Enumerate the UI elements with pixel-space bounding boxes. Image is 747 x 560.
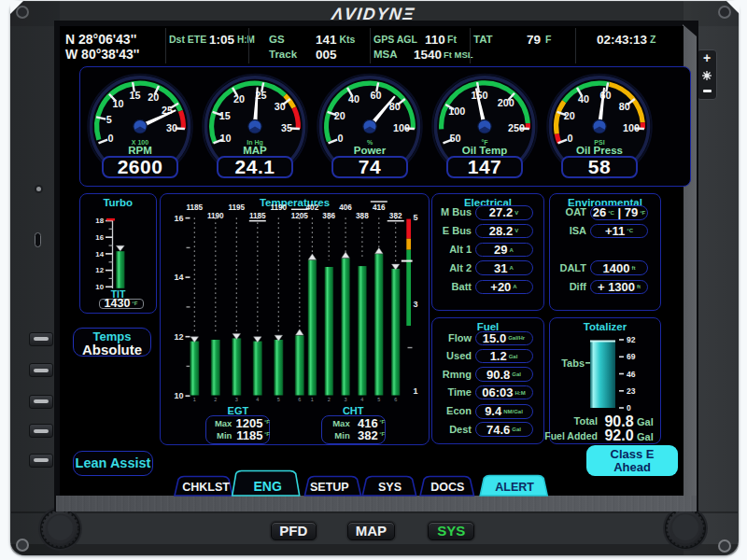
svg-text:SETUP: SETUP [310, 481, 349, 494]
svg-text:ALERT: ALERT [495, 481, 534, 494]
svg-text:SYS: SYS [378, 481, 402, 494]
svg-text:ENG: ENG [254, 479, 282, 494]
svg-text:CHKLST: CHKLST [182, 481, 230, 494]
svg-text:DOCS: DOCS [430, 481, 464, 494]
